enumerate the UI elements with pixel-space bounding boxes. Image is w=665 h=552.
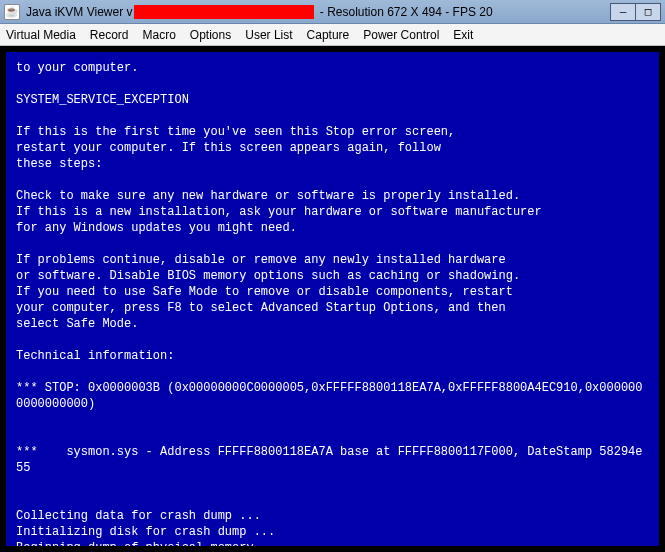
menu-virtual-media[interactable]: Virtual Media [6, 28, 76, 42]
redacted-block [134, 5, 314, 19]
title-prefix: Java iKVM Viewer v [26, 5, 132, 19]
menu-record[interactable]: Record [90, 28, 129, 42]
java-icon: ☕ [4, 4, 20, 20]
remote-viewport[interactable]: to your computer. SYSTEM_SERVICE_EXCEPTI… [0, 46, 665, 552]
bsod-screen: to your computer. SYSTEM_SERVICE_EXCEPTI… [6, 52, 659, 546]
menu-capture[interactable]: Capture [307, 28, 350, 42]
menu-exit[interactable]: Exit [453, 28, 473, 42]
title-suffix: - Resolution 672 X 494 - FPS 20 [316, 5, 492, 19]
menu-power-control[interactable]: Power Control [363, 28, 439, 42]
menu-user-list[interactable]: User List [245, 28, 292, 42]
maximize-button[interactable]: □ [635, 3, 661, 21]
menu-options[interactable]: Options [190, 28, 231, 42]
minimize-button[interactable]: — [610, 3, 636, 21]
titlebar: ☕ Java iKVM Viewer v - Resolution 672 X … [0, 0, 665, 24]
window-controls: — □ [611, 3, 661, 21]
menubar: Virtual Media Record Macro Options User … [0, 24, 665, 46]
menu-macro[interactable]: Macro [143, 28, 176, 42]
